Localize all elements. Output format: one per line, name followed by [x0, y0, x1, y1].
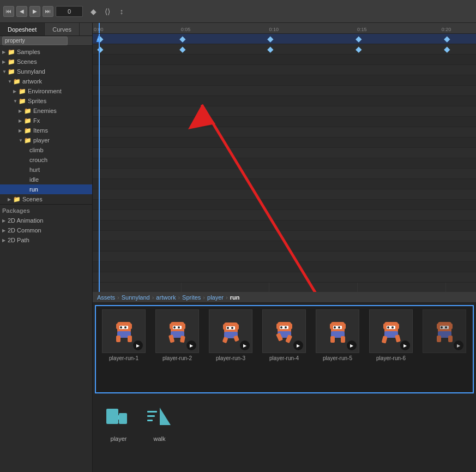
breadcrumb-sunnyland[interactable]: Sunnyland: [122, 294, 150, 301]
tree-item-run[interactable]: ▶ run: [0, 184, 92, 194]
player-icon-svg: [104, 402, 134, 432]
svg-rect-13: [170, 324, 173, 329]
tree-item-scenes-bottom[interactable]: ▶ 📁 Scenes: [0, 194, 92, 204]
sprite-item-2[interactable]: ▶ player-run-2: [153, 309, 202, 361]
arrow-icon: ▶: [8, 197, 13, 202]
timeline-area: 0:00 0:05 0:10 0:15 0:20: [93, 23, 476, 292]
arrow-icon: ▶: [2, 218, 8, 223]
keyframe[interactable]: [356, 37, 361, 43]
play-sprite-3-button[interactable]: ▶: [240, 340, 250, 350]
step-back-button[interactable]: ◀: [16, 6, 27, 17]
lower-assets: player walk: [93, 396, 476, 472]
svg-rect-34: [289, 324, 292, 329]
sprite-item-1[interactable]: ▶ player-run-1: [99, 309, 148, 361]
track-row-17: [93, 200, 476, 210]
keyframe[interactable]: [356, 47, 361, 53]
play-sprite-6-button[interactable]: ▶: [400, 340, 410, 350]
asset-item-player[interactable]: player: [104, 402, 134, 442]
tree-item-scenes-top[interactable]: ▶ 📁 Scenes: [0, 57, 92, 67]
breadcrumb-assets[interactable]: Assets: [97, 294, 115, 301]
tree-item-2d-animation[interactable]: ▶ 2D Animation: [0, 216, 92, 225]
play-sprite-5-button[interactable]: ▶: [347, 340, 357, 350]
play-sprite-1-button[interactable]: ▶: [133, 340, 143, 350]
fox-sprite-3: [219, 319, 243, 344]
ripple-icon[interactable]: ⟨⟩: [101, 5, 113, 17]
keyframe[interactable]: [268, 47, 274, 53]
svg-point-68: [445, 326, 447, 328]
tree-item-hurt[interactable]: ▶ hurt: [0, 165, 92, 175]
svg-rect-50: [330, 336, 335, 343]
breadcrumb-sprites[interactable]: Sprites: [182, 294, 201, 301]
sprite-item-3[interactable]: ▶ player-run-3: [206, 309, 255, 361]
svg-rect-44: [342, 324, 346, 329]
tree-item-fx[interactable]: ▶ 📁 Fx: [0, 116, 92, 126]
keyframe[interactable]: [444, 37, 450, 43]
svg-rect-64: [449, 324, 453, 329]
sprite-item-4[interactable]: ▶ player-run-4: [260, 309, 309, 361]
breadcrumb-artwork[interactable]: artwork: [156, 294, 176, 301]
tree-item-idle[interactable]: ▶ idle: [0, 175, 92, 184]
svg-rect-73: [119, 413, 127, 424]
tree-item-items[interactable]: ▶ 📁 Items: [0, 126, 92, 135]
tab-dopesheet[interactable]: Dopesheet: [0, 23, 45, 35]
play-sprite-4-button[interactable]: ▶: [293, 340, 303, 350]
keyframe[interactable]: [179, 37, 185, 43]
sprite-label-3: player-run-3: [216, 355, 245, 361]
svg-point-17: [173, 326, 176, 328]
snap-icon[interactable]: ◆: [87, 5, 99, 17]
track-row-16: [93, 189, 476, 200]
keyframe[interactable]: [179, 47, 185, 53]
prev-frame-button[interactable]: ⏮: [3, 6, 14, 17]
tree-item-sunnyland[interactable]: ▼ 📁 Sunnyland: [0, 67, 92, 76]
track-row-4: [93, 65, 476, 75]
svg-rect-70: [437, 336, 441, 342]
tree-item-enemies[interactable]: ▶ 📁 Enemies: [0, 106, 92, 116]
sprites-grid-container: ▶ player-run-1: [93, 303, 476, 396]
property-input[interactable]: [2, 37, 68, 45]
tree-item-artwork[interactable]: ▼ 📁 artwork: [0, 76, 92, 86]
tree-item-player[interactable]: ▼ 📁 player: [0, 135, 92, 145]
next-frame-button[interactable]: ⏭: [43, 6, 53, 17]
tree-item-environment[interactable]: ▶ 📁 Environment: [0, 86, 92, 96]
track-row-15: [93, 179, 476, 189]
track-row-2: [93, 44, 476, 55]
play-button[interactable]: ▶: [29, 6, 40, 17]
svg-rect-11: [128, 336, 132, 342]
play-sprite-7-button[interactable]: ▶: [454, 340, 463, 350]
track-row-24: [93, 272, 476, 283]
arrow-icon: ▶: [13, 89, 19, 94]
fox-sprite-7: [432, 319, 457, 344]
packages-header: Packages: [0, 206, 92, 216]
tab-curves[interactable]: Curves: [45, 23, 80, 35]
svg-rect-77: [147, 420, 153, 421]
keyframe[interactable]: [268, 37, 274, 43]
stretch-icon[interactable]: ↕: [116, 5, 128, 17]
fox-sprite-2: [165, 319, 190, 344]
fox-sprite-5: [326, 319, 350, 344]
svg-point-67: [441, 326, 443, 328]
svg-rect-76: [147, 415, 155, 417]
tree-item-samples[interactable]: ▶ 📁 Samples: [0, 47, 92, 57]
keyframe[interactable]: [97, 47, 103, 53]
asset-item-walk[interactable]: walk: [144, 402, 174, 442]
folder-icon: 📁: [24, 117, 32, 124]
tree-item-climb[interactable]: ▶ climb: [0, 145, 92, 155]
sprite-item-7[interactable]: ▶: [420, 309, 469, 353]
breadcrumb-player[interactable]: player: [207, 294, 224, 301]
tree-item-crouch[interactable]: ▶ crouch: [0, 155, 92, 165]
sprite-frame-4: ▶: [262, 309, 306, 353]
sprite-item-5[interactable]: ▶ player-run-5: [313, 309, 362, 361]
dopesheet-tabs: Dopesheet Curves: [0, 23, 92, 36]
arrow-icon: ▼: [8, 79, 13, 84]
track-row-19: [93, 220, 476, 231]
keyframe[interactable]: [444, 47, 450, 53]
property-row: [0, 36, 92, 46]
tree-item-2d-common[interactable]: ▶ 2D Common: [0, 225, 92, 235]
frame-counter[interactable]: 0: [56, 6, 83, 17]
svg-point-38: [285, 326, 287, 328]
sprite-item-6[interactable]: ▶ player-run-6: [366, 309, 415, 361]
tree-item-2d-path[interactable]: ▶ 2D Path: [0, 235, 92, 245]
svg-point-18: [178, 326, 180, 328]
play-sprite-2-button[interactable]: ▶: [186, 340, 196, 350]
tree-item-sprites[interactable]: ▼ 📁 Sprites: [0, 96, 92, 106]
